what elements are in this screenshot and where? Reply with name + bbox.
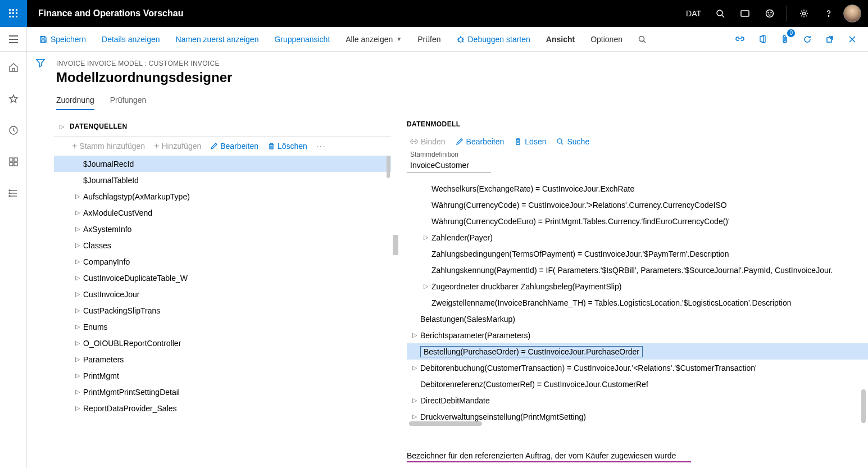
more-actions-button[interactable]: ··· bbox=[316, 142, 326, 151]
chevron-right-icon[interactable]: ▷ bbox=[72, 225, 83, 233]
delete-button[interactable]: Löschen bbox=[267, 142, 307, 151]
tree-row[interactable]: ▷Zugeordneter druckbarer Zahlungsbeleg(P… bbox=[407, 278, 868, 294]
chevron-right-icon[interactable]: ▷ bbox=[409, 364, 420, 371]
tree-row[interactable]: ▷Parameters bbox=[54, 351, 391, 367]
splitter-handle[interactable] bbox=[393, 235, 398, 255]
refresh-icon[interactable] bbox=[798, 30, 816, 48]
messages-icon[interactable] bbox=[735, 0, 755, 27]
tree-row[interactable]: ▷Enums bbox=[54, 319, 391, 335]
save-button[interactable]: Speichern bbox=[31, 27, 94, 52]
tree-row[interactable]: ▷Classes bbox=[54, 237, 391, 253]
view-menu[interactable]: Ansicht bbox=[538, 27, 583, 52]
tree-row[interactable]: ▷CompanyInfo bbox=[54, 253, 391, 270]
chevron-right-icon[interactable]: ▷ bbox=[409, 331, 420, 339]
tree-row[interactable]: ▷Belastungen(SalesMarkup) bbox=[407, 311, 868, 327]
link-icon[interactable] bbox=[731, 30, 749, 48]
chevron-right-icon[interactable]: ▷ bbox=[72, 258, 83, 265]
chevron-right-icon[interactable]: ▷ bbox=[72, 356, 83, 363]
unbind-button[interactable]: Lösen bbox=[514, 137, 546, 146]
tree-row[interactable]: ▷PrintMgmtPrintSettingDetail bbox=[54, 384, 391, 400]
chevron-right-icon[interactable]: ▷ bbox=[420, 234, 431, 241]
home-icon[interactable] bbox=[4, 58, 22, 76]
tab-mapping[interactable]: Zuordnung bbox=[56, 96, 94, 110]
root-definition-value[interactable]: InvoiceCustomer bbox=[407, 158, 491, 172]
modules-icon[interactable] bbox=[4, 184, 22, 202]
tree-row[interactable]: ▷Debitorenreferenz(CustomerRef) = CustIn… bbox=[407, 376, 868, 392]
chevron-right-icon[interactable]: ▷ bbox=[409, 397, 420, 404]
app-launcher-button[interactable] bbox=[0, 0, 27, 27]
tree-row[interactable]: ▷CustInvoiceDuplicateTable_W bbox=[54, 270, 391, 286]
scrollbar-vertical[interactable] bbox=[385, 156, 391, 468]
company-code[interactable]: DAT bbox=[681, 9, 706, 18]
chevron-right-icon[interactable]: ▷ bbox=[72, 290, 83, 298]
tree-row[interactable]: ▷Debitorenbuchung(CustomerTransaction) =… bbox=[407, 360, 868, 376]
edit-button[interactable]: Bearbeiten bbox=[210, 142, 258, 151]
tree-row[interactable]: ▷Zahlender(Payer) bbox=[407, 229, 868, 246]
tree-row[interactable]: ▷Aufschlagstyp(AxMarkupType) bbox=[54, 188, 391, 205]
office-icon[interactable] bbox=[753, 30, 771, 48]
pane-collapse-icon[interactable]: ▷ bbox=[54, 123, 70, 130]
show-details-button[interactable]: Details anzeigen bbox=[94, 27, 168, 52]
chevron-right-icon[interactable]: ▷ bbox=[72, 323, 83, 330]
tree-row[interactable]: ▷ReportDataProvider_Sales bbox=[54, 400, 391, 416]
emoji-icon[interactable] bbox=[760, 0, 780, 27]
tree-row[interactable]: ▷Wechselkurs(ExchangeRate) = CustInvoice… bbox=[407, 180, 868, 197]
group-view-button[interactable]: Gruppenansicht bbox=[266, 27, 338, 52]
chevron-right-icon[interactable]: ▷ bbox=[72, 274, 83, 281]
tree-row[interactable]: ▷CustPackingSlipTrans bbox=[54, 302, 391, 319]
add-root-button[interactable]: +Stamm hinzufügen bbox=[72, 141, 145, 151]
filter-icon[interactable] bbox=[36, 58, 45, 468]
debug-start-button[interactable]: Debuggen starten bbox=[449, 27, 538, 52]
favorites-icon[interactable] bbox=[4, 90, 22, 108]
tree-row[interactable]: ▷Zahlungskennung(PaymentId) = IF( Parame… bbox=[407, 262, 868, 278]
chevron-right-icon[interactable]: ▷ bbox=[72, 388, 83, 396]
tree-row[interactable]: ▷Bestellung(PurchaseOrder) = CustInvoice… bbox=[407, 343, 868, 360]
tree-row[interactable]: ▷AxModuleCustVend bbox=[54, 205, 391, 221]
workspaces-icon[interactable] bbox=[4, 153, 22, 171]
chevron-right-icon[interactable]: ▷ bbox=[72, 193, 83, 200]
scrollbar-vertical[interactable] bbox=[861, 389, 866, 423]
tree-row[interactable]: ▷Währung(CurrencyCode) = CustInvoiceJour… bbox=[407, 197, 868, 213]
tree-row[interactable]: ▷$JournalTableId bbox=[54, 172, 391, 188]
search-button[interactable]: Suche bbox=[556, 137, 589, 146]
command-search-button[interactable] bbox=[630, 27, 654, 52]
recent-icon[interactable] bbox=[4, 121, 22, 139]
chevron-right-icon[interactable]: ▷ bbox=[72, 372, 83, 379]
chevron-right-icon[interactable]: ▷ bbox=[72, 339, 83, 347]
bind-button[interactable]: Binden bbox=[410, 137, 446, 146]
help-icon[interactable] bbox=[819, 0, 839, 27]
svg-line-29 bbox=[462, 41, 463, 42]
chevron-right-icon[interactable]: ▷ bbox=[72, 242, 83, 249]
tab-validations[interactable]: Prüfungen bbox=[110, 96, 147, 110]
tree-row[interactable]: ▷PrintMgmt bbox=[54, 367, 391, 384]
chevron-right-icon[interactable]: ▷ bbox=[409, 413, 420, 420]
chevron-right-icon[interactable]: ▷ bbox=[420, 283, 431, 290]
scrollbar-horizontal[interactable] bbox=[409, 421, 482, 426]
tree-row[interactable]: ▷AxSystemInfo bbox=[54, 221, 391, 237]
show-all-dropdown[interactable]: Alle anzeigen▼ bbox=[338, 27, 410, 52]
settings-icon[interactable] bbox=[794, 0, 814, 27]
search-icon[interactable] bbox=[710, 0, 730, 27]
close-icon[interactable] bbox=[843, 30, 861, 48]
tree-row[interactable]: ▷$JournalRecId bbox=[54, 156, 391, 172]
user-avatar[interactable] bbox=[843, 4, 861, 22]
attachments-icon[interactable]: 0 bbox=[776, 30, 794, 48]
validate-button[interactable]: Prüfen bbox=[410, 27, 448, 52]
tree-row[interactable]: ▷CustInvoiceJour bbox=[54, 286, 391, 302]
options-menu[interactable]: Optionen bbox=[583, 27, 630, 52]
popout-icon[interactable] bbox=[821, 30, 839, 48]
tree-row[interactable]: ▷O_OIOUBLReportController bbox=[54, 335, 391, 351]
page-tabs: Zuordnung Prüfungen bbox=[54, 96, 868, 110]
tree-row[interactable]: ▷Berichtsparameter(Parameters) bbox=[407, 327, 868, 343]
tree-row[interactable]: ▷Zweigstellenname(InvoiceBranchName_TH) … bbox=[407, 294, 868, 311]
nav-hamburger-button[interactable] bbox=[0, 27, 27, 51]
tree-row[interactable]: ▷Zahlungsbedingungen(TermsOfPayment) = C… bbox=[407, 246, 868, 262]
add-button[interactable]: +Hinzufügen bbox=[154, 141, 201, 151]
chevron-right-icon[interactable]: ▷ bbox=[72, 209, 83, 216]
names-first-button[interactable]: Namen zuerst anzeigen bbox=[168, 27, 267, 52]
chevron-right-icon[interactable]: ▷ bbox=[72, 405, 83, 412]
tree-row[interactable]: ▷Währung(CurrencyCodeEuro) = PrintMgmt.T… bbox=[407, 213, 868, 229]
chevron-right-icon[interactable]: ▷ bbox=[72, 307, 83, 314]
edit-button[interactable]: Bearbeiten bbox=[456, 137, 505, 146]
tree-row[interactable]: ▷DirectDebitMandate bbox=[407, 392, 868, 408]
